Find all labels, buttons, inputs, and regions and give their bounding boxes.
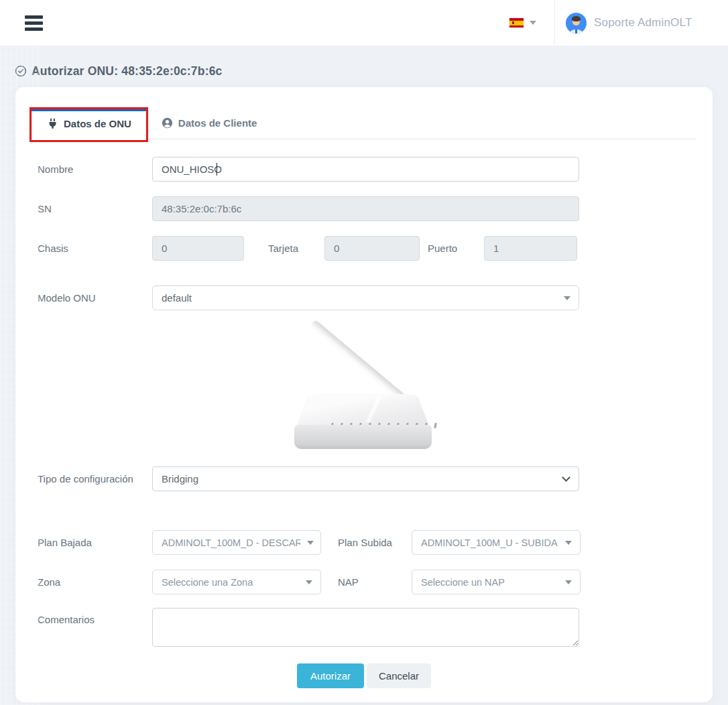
menu-toggle-button[interactable] <box>25 13 43 34</box>
caret-down-icon <box>306 580 312 584</box>
active-tab-indicator <box>32 109 147 111</box>
action-buttons: Autorizar Cancelar <box>32 663 696 688</box>
comentarios-textarea[interactable] <box>152 608 579 647</box>
router-antenna <box>310 320 410 405</box>
puerto-label: Puerto <box>428 243 484 254</box>
sn-input <box>152 196 579 221</box>
tipo-configuracion-label: Tipo de configuración <box>38 473 152 485</box>
tab-datos-de-onu[interactable]: Datos de ONU <box>32 109 147 139</box>
form-row-modelo-onu: Modelo ONU default <box>32 285 696 310</box>
nombre-label: Nombre <box>38 164 152 175</box>
form-row-sn: SN <box>32 196 696 221</box>
puerto-input <box>484 236 577 261</box>
comentarios-label: Comentarios <box>38 608 152 625</box>
tarjeta-input <box>324 236 420 261</box>
form-row-zona-nap: Zona Seleccione una Zona NAP Seleccione … <box>32 570 696 594</box>
user-circle-icon <box>162 117 173 129</box>
zona-label: Zona <box>38 576 152 588</box>
plan-bajada-value: ADMINOLT_100M_D - DESCAR... <box>162 537 300 548</box>
spain-flag-icon <box>509 18 524 27</box>
form-row-chasis: Chasis Tarjeta Puerto <box>32 236 696 261</box>
router-front-face <box>294 425 432 449</box>
authorize-button[interactable]: Autorizar <box>297 663 364 688</box>
modelo-onu-label: Modelo ONU <box>38 292 152 304</box>
language-dropdown[interactable] <box>509 18 536 27</box>
caret-down-icon <box>564 296 570 300</box>
sn-label: SN <box>38 203 152 214</box>
modelo-onu-dropdown[interactable]: default <box>152 285 579 310</box>
plan-subida-dropdown[interactable]: ADMINOLT_100M_U - SUBIDA <box>412 530 581 555</box>
top-navbar: Soporte AdminOLT <box>0 0 728 46</box>
plan-bajada-dropdown[interactable]: ADMINOLT_100M_D - DESCAR... <box>152 530 321 555</box>
plan-subida-value: ADMINOLT_100M_U - SUBIDA <box>421 537 558 548</box>
tipo-configuracion-select[interactable]: Bridging <box>152 466 579 491</box>
onu-router-image <box>294 322 434 449</box>
caret-down-icon <box>565 541 572 545</box>
plan-subida-label: Plan Subida <box>338 537 412 548</box>
hamburger-icon <box>25 15 43 19</box>
tab-label: Datos de Cliente <box>178 117 257 129</box>
caret-down-icon <box>307 541 314 545</box>
check-circle-icon <box>15 65 27 77</box>
nap-label: NAP <box>338 576 412 588</box>
form-row-planes: Plan Bajada ADMINOLT_100M_D - DESCAR... … <box>32 530 696 555</box>
chasis-input <box>152 236 244 261</box>
page-title: Autorizar ONU: 48:35:2e:0c:7b:6c <box>32 64 223 78</box>
tab-label: Datos de ONU <box>64 118 131 129</box>
form-row-nombre: Nombre <box>32 157 696 182</box>
plan-bajada-label: Plan Bajada <box>38 537 152 548</box>
onu-image-row <box>32 322 696 449</box>
zona-dropdown[interactable]: Seleccione una Zona <box>152 570 321 594</box>
modelo-onu-value: default <box>162 292 192 304</box>
page-header: Autorizar ONU: 48:35:2e:0c:7b:6c <box>15 61 728 81</box>
tab-bar: Datos de ONU Datos de Cliente <box>32 109 696 139</box>
form-row-tipo-configuracion: Tipo de configuración Bridging <box>32 466 696 491</box>
user-menu[interactable]: Soporte AdminOLT <box>554 0 728 46</box>
caret-down-icon <box>565 580 572 584</box>
chasis-label: Chasis <box>38 243 152 254</box>
cancel-button[interactable]: Cancelar <box>367 663 431 688</box>
avatar <box>566 13 587 34</box>
tarjeta-label: Tarjeta <box>268 243 324 254</box>
nap-value: Seleccione un NAP <box>421 577 505 588</box>
caret-down-icon <box>530 21 536 25</box>
plug-icon <box>47 118 58 129</box>
tab-datos-de-cliente[interactable]: Datos de Cliente <box>147 109 272 139</box>
text-cursor <box>217 163 217 176</box>
form-row-comentarios: Comentarios <box>32 608 696 647</box>
authorize-onu-card: Datos de ONU Datos de Cliente Nombre SN … <box>15 87 713 702</box>
zona-value: Seleccione una Zona <box>162 577 253 588</box>
user-name: Soporte AdminOLT <box>594 16 692 29</box>
nap-dropdown[interactable]: Seleccione un NAP <box>412 570 581 594</box>
